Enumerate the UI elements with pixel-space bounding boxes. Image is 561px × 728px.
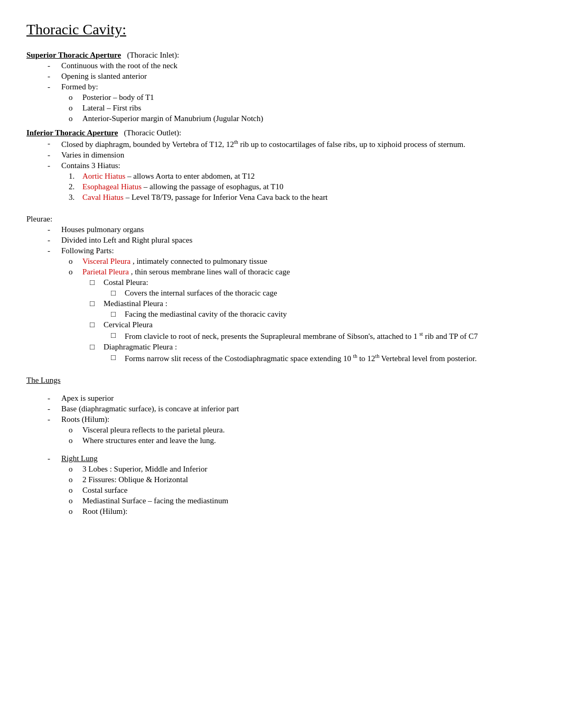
o-marker: o xyxy=(69,486,79,495)
sq-marker: □ xyxy=(90,299,100,308)
dash-marker: - xyxy=(48,236,58,245)
list-item: - Closed by diaphragm, bounded by Verteb… xyxy=(48,139,535,149)
superior-heading-text: Superior Thoracic Aperture xyxy=(26,51,121,59)
item-text: Visceral Pleura , intimately connected t… xyxy=(82,257,267,266)
section-pleurae: Pleurae: - Houses pulmonary organs - Div… xyxy=(26,215,535,363)
parietal-pleura-desc: , thin serous membrane lines wall of tho… xyxy=(131,268,290,276)
o-marker: o xyxy=(69,268,79,277)
item-text: Anterior-Superior margin of Manubrium (J… xyxy=(82,114,263,123)
list-item: - Right Lung xyxy=(48,454,535,463)
o-marker: o xyxy=(69,507,79,516)
section-superior-thoracic-aperture: Superior Thoracic Aperture (Thoracic Inl… xyxy=(26,51,535,123)
item-text: Mediastinal Pleura : xyxy=(104,299,167,308)
dash-marker: - xyxy=(48,415,58,424)
list-item: o Anterior-Superior margin of Manubrium … xyxy=(69,114,535,123)
list-item: o Costal surface xyxy=(69,486,535,495)
list-item: □ From clavicle to root of neck, present… xyxy=(111,331,535,341)
lungs-heading-text: The Lungs xyxy=(26,376,61,384)
list-item: 3. Caval Hiatus – Level T8/T9, passage f… xyxy=(69,193,535,202)
inferior-heading: Inferior Thoracic Aperture (Thoracic Out… xyxy=(26,128,535,137)
o-marker: o xyxy=(69,436,79,445)
dash-marker: - xyxy=(48,139,58,149)
hiatus-desc-2: – allowing the passage of esophagus, at … xyxy=(144,182,284,191)
inferior-heading-text: Inferior Thoracic Aperture xyxy=(26,128,118,137)
item-text: Esophageal Hiatus – allowing the passage… xyxy=(82,182,283,191)
list-item: 2. Esophageal Hiatus – allowing the pass… xyxy=(69,182,535,191)
o-marker: o xyxy=(69,114,79,123)
hiatus-name-3: Caval Hiatus xyxy=(82,193,124,201)
visceral-pleura-desc: , intimately connected to pulmonary tiss… xyxy=(133,257,267,265)
sq2-marker: □ xyxy=(111,310,121,319)
list-item: - Opening is slanted anterior xyxy=(48,72,535,81)
list-item: o 3 Lobes : Superior, Middle and Inferio… xyxy=(69,465,535,474)
o-marker: o xyxy=(69,465,79,474)
list-item: o Where structures enter and leave the l… xyxy=(69,436,535,445)
dash-marker: - xyxy=(48,394,58,403)
item-text: Roots (Hilum): xyxy=(61,415,109,424)
dash-marker: - xyxy=(48,161,58,170)
superior-heading: Superior Thoracic Aperture (Thoracic Inl… xyxy=(26,51,535,60)
item-text: Caval Hiatus – Level T8/T9, passage for … xyxy=(82,193,328,202)
hiatus-desc-3: – Level T8/T9, passage for Inferior Vena… xyxy=(126,193,328,201)
o-marker: o xyxy=(69,257,79,266)
o-marker: o xyxy=(69,426,79,435)
item-text: Formed by: xyxy=(61,82,98,91)
list-item: o Lateral – First ribs xyxy=(69,104,535,113)
list-item: - Apex is superior xyxy=(48,394,535,403)
list-item: □ Costal Pleura: xyxy=(90,278,535,287)
hiatus-name-2: Esophageal Hiatus xyxy=(82,182,142,191)
list-item: □ Cervical Pleura xyxy=(90,320,535,329)
list-item: - Divided into Left and Right plural spa… xyxy=(48,236,535,245)
item-text: Varies in dimension xyxy=(61,151,124,160)
item-text: 2 Fissures: Oblique & Horizontal xyxy=(82,475,188,484)
item-text: Where structures enter and leave the lun… xyxy=(82,436,216,445)
list-item: □ Diaphragmatic Pleura : xyxy=(90,343,535,352)
list-item: o Parietal Pleura , thin serous membrane… xyxy=(69,268,535,277)
item-text: Contains 3 Hiatus: xyxy=(61,161,120,170)
item-text: From clavicle to root of neck, presents … xyxy=(125,331,478,341)
item-text: Houses pulmonary organs xyxy=(61,225,144,234)
item-text: Continuous with the root of the neck xyxy=(61,61,177,70)
superior-heading-suffix: (Thoracic Inlet): xyxy=(123,51,179,59)
item-text: Mediastinal Surface – facing the mediast… xyxy=(82,496,228,505)
item-text: Root (Hilum): xyxy=(82,507,127,516)
num-marker: 3. xyxy=(69,193,79,202)
sq2-marker: □ xyxy=(111,331,121,341)
o-marker: o xyxy=(69,104,79,113)
item-text: Divided into Left and Right plural space… xyxy=(61,236,192,245)
list-item: - Houses pulmonary organs xyxy=(48,225,535,234)
list-item: - Formed by: xyxy=(48,82,535,91)
dash-marker: - xyxy=(48,151,58,160)
list-item: o Visceral Pleura , intimately connected… xyxy=(69,257,535,266)
item-text: Diaphragmatic Pleura : xyxy=(104,343,177,352)
parietal-pleura-label: Parietal Pleura xyxy=(82,268,129,276)
item-text: Parietal Pleura , thin serous membrane l… xyxy=(82,268,290,277)
list-item: o Posterior – body of T1 xyxy=(69,93,535,102)
inferior-heading-suffix: (Thoracic Outlet): xyxy=(120,128,181,137)
item-text: Lateral – First ribs xyxy=(82,104,141,113)
list-item: o Mediastinal Surface – facing the media… xyxy=(69,496,535,505)
dash-marker: - xyxy=(48,72,58,81)
list-item: □ Facing the mediastinal cavity of the t… xyxy=(111,310,535,319)
o-marker: o xyxy=(69,93,79,102)
item-text: Costal surface xyxy=(82,486,127,495)
item-text: Apex is superior xyxy=(61,394,114,403)
dash-marker: - xyxy=(48,246,58,255)
sq-marker: □ xyxy=(90,343,100,352)
list-item: - Continuous with the root of the neck xyxy=(48,61,535,70)
num-marker: 1. xyxy=(69,172,79,181)
dash-marker: - xyxy=(48,61,58,70)
item-text: Visceral pleura reflects to the parietal… xyxy=(82,426,225,435)
list-item: - Base (diaphragmatic surface), is conca… xyxy=(48,404,535,413)
visceral-pleura-label: Visceral Pleura xyxy=(82,257,130,265)
item-text: Aortic Hiatus – allows Aorta to enter ab… xyxy=(82,172,255,181)
item-text: 3 Lobes : Superior, Middle and Inferior xyxy=(82,465,207,474)
list-item: - Contains 3 Hiatus: xyxy=(48,161,535,170)
list-item: - Varies in dimension xyxy=(48,151,535,160)
sq-marker: □ xyxy=(90,320,100,329)
pleurae-heading-text: Pleurae: xyxy=(26,215,52,223)
dash-marker: - xyxy=(48,225,58,234)
list-item: □ Covers the internal surfaces of the th… xyxy=(111,289,535,298)
o-marker: o xyxy=(69,475,79,484)
item-text: Posterior – body of T1 xyxy=(82,93,154,102)
